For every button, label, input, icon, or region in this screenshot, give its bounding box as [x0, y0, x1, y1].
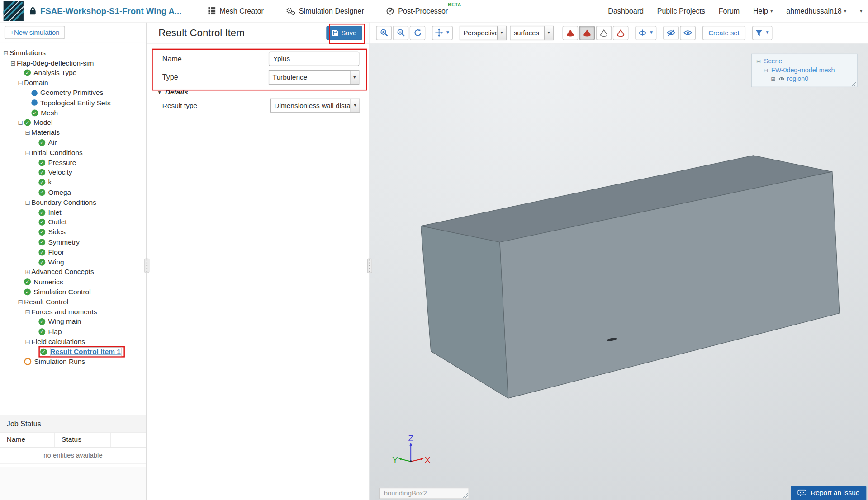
tree-item-wing-main[interactable]: ✓Wing main [0, 317, 146, 327]
tree-item-simulations[interactable]: ⊟Simulations [0, 48, 146, 58]
tree-item-floor[interactable]: ✓Floor [0, 247, 146, 257]
bounding-box-name-field[interactable]: boundingBox2 [379, 488, 469, 499]
tree-minus-icon[interactable]: ⊟ [24, 149, 31, 156]
tree-item-materials[interactable]: ⊟Materials [0, 128, 146, 138]
tree-item-velocity[interactable]: ✓Velocity [0, 168, 146, 178]
reset-view-button[interactable] [410, 25, 426, 40]
nav-simulation-designer[interactable]: Simulation Designer [286, 7, 370, 15]
tree-item-pressure[interactable]: ✓Pressure [0, 158, 146, 168]
nav-help-menu[interactable]: Help ▾ [753, 7, 773, 15]
tree-item-advanced-concepts[interactable]: ⊞Advanced Concepts [0, 267, 146, 277]
panel-splitter-handle[interactable] [367, 259, 372, 273]
tree-plus-icon[interactable]: ⊞ [24, 269, 31, 275]
tree-minus-icon: ⊟ [763, 67, 769, 73]
filter-button[interactable]: ▼ [752, 25, 772, 40]
tree-item-domain[interactable]: ⊟Domain [0, 78, 146, 88]
nav-post-processor[interactable]: Post-Processor BETA [386, 7, 455, 15]
cone-tool-button-2[interactable] [579, 25, 595, 40]
tree-item-content: Advanced Concepts [31, 268, 94, 276]
tree-item-flap[interactable]: ✓Flap [0, 327, 146, 337]
tree-minus-icon[interactable]: ⊟ [2, 50, 9, 57]
nav-public-projects[interactable]: Public Projects [657, 7, 705, 15]
viewer-toolbar: ▼ Perspective ▼ surfaces ▼ [370, 22, 868, 43]
tree-item-geometry-primitives[interactable]: Geometry Primitives [0, 88, 146, 98]
tree-item-topological-entity-sets[interactable]: Topological Entity Sets [0, 98, 146, 108]
tree-item-label: Omega [48, 189, 71, 196]
scene-tree-region[interactable]: ⊞ region0 [752, 75, 857, 84]
tree-item-content: ✓Symmetry [38, 238, 80, 246]
details-section-header[interactable]: ▼ Details [157, 88, 188, 96]
scene-tree-root[interactable]: ⊟ Scene [752, 57, 857, 66]
tree-item-air[interactable]: ✓Air [0, 138, 146, 148]
tree-item-result-control-item-1[interactable]: ✓Result Control Item 1 [0, 347, 146, 357]
tree-item-outlet[interactable]: ✓Outlet [0, 217, 146, 227]
scene-tree-overlay[interactable]: ⊟ Scene ⊟ FW-0deg-model mesh ⊞ region0 [751, 54, 857, 87]
tree-minus-icon[interactable]: ⊟ [24, 199, 31, 206]
tree-minus-icon[interactable]: ⊟ [17, 119, 24, 126]
tree-item-analysis-type[interactable]: ✓Analysis Type [0, 68, 146, 78]
check-icon: ✓ [24, 278, 31, 285]
tree-item-content: Topological Entity Sets [31, 99, 110, 107]
tree-item-simulation-control[interactable]: ✓Simulation Control [0, 287, 146, 297]
tree-item-flap-0deg-deflection-sim[interactable]: ⊟Flap-0deg-deflection-sim [0, 58, 146, 68]
tree-item-forces-and-moments[interactable]: ⊟Forces and moments [0, 307, 146, 317]
project-title[interactable]: FSAE-Workshop-S1-Front Wing A... [40, 6, 181, 16]
tree-item-initial-conditions[interactable]: ⊟Initial Conditions [0, 148, 146, 158]
tree-item-numerics[interactable]: ✓Numerics [0, 277, 146, 287]
bounding-box-mesh[interactable] [370, 44, 868, 500]
tree-item-wing[interactable]: ✓Wing [0, 257, 146, 267]
cone-tool-button-4[interactable] [613, 25, 629, 40]
camera-mode-select[interactable]: Perspective ▼ [460, 25, 507, 40]
report-issue-button[interactable]: Report an issue [791, 486, 866, 500]
render-mode-select[interactable]: surfaces ▼ [510, 25, 554, 40]
tree-item-omega[interactable]: ✓Omega [0, 188, 146, 198]
tree-item-content: ✓Wing main [38, 318, 81, 325]
create-set-button[interactable]: Create set [702, 25, 746, 40]
nav-app-label: Mesh Creator [219, 7, 263, 15]
scene-tree-mesh[interactable]: ⊟ FW-0deg-model mesh [752, 66, 857, 75]
tree-item-symmetry[interactable]: ✓Symmetry [0, 237, 146, 247]
tree-item-mesh[interactable]: ✓Mesh [0, 108, 146, 118]
result-type-select[interactable]: Dimensionless wall distanc ▼ [270, 99, 360, 113]
zoom-out-button[interactable] [393, 25, 409, 40]
tree-minus-icon[interactable]: ⊟ [17, 298, 24, 305]
new-simulation-button[interactable]: +New simulation [5, 25, 65, 39]
collapse-triangle-icon: ▼ [157, 90, 162, 95]
type-select[interactable]: Turbulence ▼ [269, 70, 359, 85]
tree-item-model[interactable]: ⊟✓Model [0, 118, 146, 128]
cone-tool-button-1[interactable] [562, 25, 578, 40]
tree-minus-icon[interactable]: ⊟ [24, 309, 31, 316]
nav-mesh-creator[interactable]: Mesh Creator [209, 7, 270, 15]
name-input[interactable] [269, 52, 359, 66]
tree-minus-icon[interactable]: ⊟ [24, 129, 31, 136]
axis-x-label: X [425, 455, 430, 465]
show-all-button[interactable] [680, 25, 696, 40]
app-logo[interactable] [3, 1, 24, 21]
tree-item-label: Floor [48, 248, 64, 256]
job-column-status: Status [55, 432, 111, 447]
cone-tool-button-3[interactable] [596, 25, 612, 40]
nav-user-menu[interactable]: ahmedhussain18 ▾ [786, 7, 846, 15]
sidebar-splitter-handle[interactable] [144, 259, 149, 273]
tree-item-boundary-conditions[interactable]: ⊟Boundary Conditions [0, 198, 146, 208]
render-canvas[interactable]: ⊟ Scene ⊟ FW-0deg-model mesh ⊞ region0 [370, 44, 868, 500]
tree-item-simulation-runs[interactable]: Simulation Runs [0, 357, 146, 367]
tree-minus-icon[interactable]: ⊟ [17, 80, 24, 86]
tree-item-k[interactable]: ✓k [0, 178, 146, 188]
tree-item-result-control[interactable]: ⊟Result Control [0, 297, 146, 307]
tree-minus-icon[interactable]: ⊟ [24, 339, 31, 345]
camera-mode-value: Perspective [460, 26, 497, 40]
tree-item-field-calculations[interactable]: ⊟Field calculations [0, 337, 146, 347]
tree-item-sides[interactable]: ✓Sides [0, 227, 146, 237]
tree-minus-icon[interactable]: ⊟ [9, 60, 17, 66]
nav-dashboard[interactable]: Dashboard [608, 7, 644, 15]
tree-item-inlet[interactable]: ✓Inlet [0, 208, 146, 217]
move-tool-button[interactable]: ▼ [432, 25, 453, 40]
save-button[interactable]: Save [326, 26, 362, 40]
navbar-collapse-chevron-icon[interactable]: ▾ [860, 8, 863, 14]
orientation-button[interactable]: ▼ [635, 25, 656, 40]
nav-forum[interactable]: Forum [719, 7, 740, 15]
zoom-in-button[interactable] [376, 25, 392, 40]
hide-selection-button[interactable] [663, 25, 679, 40]
nav-help-label: Help [753, 7, 768, 15]
